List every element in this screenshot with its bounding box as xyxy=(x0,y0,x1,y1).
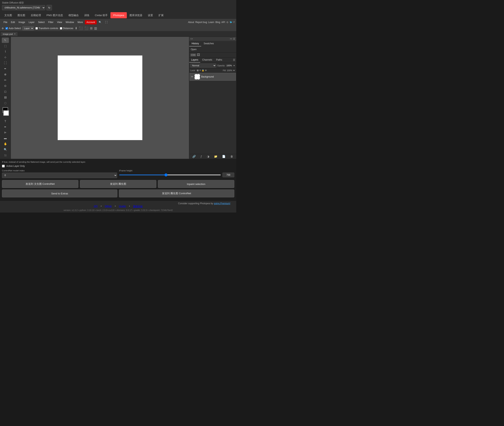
menu-window[interactable]: Window xyxy=(64,20,76,24)
layer-item-background[interactable]: 👁 Background xyxy=(190,73,236,81)
opacity-dropdown[interactable]: ▼ xyxy=(233,64,235,67)
fullscreen-icon[interactable]: ⛶ xyxy=(104,20,109,24)
tab-swatches[interactable]: Swatches xyxy=(201,41,216,46)
brush-tool[interactable]: ✏ xyxy=(2,78,9,83)
file-tab-close[interactable]: ✕ xyxy=(14,33,15,35)
transform-controls-checkbox[interactable] xyxy=(36,27,38,29)
footer-github-link[interactable]: Github xyxy=(105,205,112,208)
blur-tool[interactable]: ◌ xyxy=(2,100,9,106)
tab-history[interactable]: History xyxy=(189,41,201,46)
tab-pnginfo[interactable]: PNG 图片信息 xyxy=(44,12,66,19)
iframe-slider[interactable] xyxy=(119,175,221,175)
layer-select[interactable]: Layer xyxy=(22,26,34,30)
menu-image[interactable]: Image xyxy=(17,20,27,24)
background-color[interactable] xyxy=(3,110,9,116)
controlnet-select[interactable]: 0 xyxy=(2,173,117,178)
menu-more[interactable]: More xyxy=(76,20,85,24)
collapse-right-icon[interactable]: >< xyxy=(230,38,232,40)
blog-link[interactable]: Blog xyxy=(215,21,220,24)
send-extras-button[interactable]: Send to Extras xyxy=(2,190,117,197)
tab-paths[interactable]: Paths xyxy=(214,57,224,63)
zoom-tool[interactable]: 🔍 xyxy=(2,147,9,152)
layer-mask-icon[interactable]: ◑ xyxy=(207,155,209,158)
tab-img2img[interactable]: 图生图 xyxy=(15,12,28,19)
new-group-icon[interactable]: 📁 xyxy=(214,155,217,158)
wand-tool[interactable]: ⊹ xyxy=(2,55,9,60)
lock-art-icon[interactable]: ⊕ xyxy=(205,69,207,72)
tab-layers[interactable]: Layers xyxy=(189,57,200,63)
blend-mode-select[interactable]: Normal xyxy=(190,64,216,67)
toolbar-icon-3[interactable]: ⬛ xyxy=(85,26,88,30)
toolbar-icon-1[interactable]: ⬇ xyxy=(75,26,77,30)
eyedropper-tool[interactable]: ✒ xyxy=(2,66,9,71)
menu-edit[interactable]: Edit xyxy=(9,20,16,24)
marquee-tool[interactable]: ⬚ xyxy=(2,43,9,49)
send-img2img-cn-button[interactable]: 发送到 圈生图 ControlNet xyxy=(119,190,234,197)
menu-select[interactable]: Select xyxy=(36,20,46,24)
select-tool[interactable]: ↖ xyxy=(2,38,9,43)
path-tool[interactable]: ⊳ xyxy=(2,130,9,135)
css-label[interactable]: CSS xyxy=(190,54,196,57)
send-img2img-button[interactable]: 发送到 圈生图 xyxy=(80,180,156,188)
tab-civitai[interactable]: Civitai 助手 xyxy=(92,12,110,19)
mode-icon[interactable]: ⬛ xyxy=(2,153,9,158)
send-txt2img-cn-button[interactable]: 发送到 文生图 ControlNet xyxy=(2,180,78,188)
layers-menu-icon[interactable]: ☰ xyxy=(232,57,236,63)
premium-link[interactable]: going Premium! xyxy=(214,202,230,205)
gradient-tool[interactable]: ▤ xyxy=(2,95,9,100)
link-layers-icon[interactable]: 🔗 xyxy=(192,155,196,158)
tab-photopea[interactable]: Photopea xyxy=(110,12,127,18)
lock-pos-icon[interactable]: ✛ xyxy=(199,69,201,72)
facebook-icon[interactable]: f xyxy=(234,21,234,24)
delete-layer-icon[interactable]: 🗑 xyxy=(230,155,233,158)
tab-train[interactable]: 训练 xyxy=(81,12,92,19)
model-select[interactable]: chilloutmix_Ni.safetensors [7234b76e42] xyxy=(2,5,45,10)
menu-filter[interactable]: Filter xyxy=(47,20,55,24)
lock-pixel-icon[interactable]: ▦ xyxy=(197,69,199,72)
tab-channels[interactable]: Channels xyxy=(200,57,214,63)
text-tool[interactable]: T xyxy=(2,118,9,124)
layer-style-icon[interactable]: ƒ xyxy=(201,155,202,158)
search-icon[interactable]: 🔍 xyxy=(97,20,103,24)
menu-account[interactable]: Account xyxy=(85,20,96,24)
panel-menu-icon[interactable]: ☰ xyxy=(233,38,235,40)
toolbar-icon-4[interactable]: ⊞ xyxy=(90,26,93,30)
tab-merge[interactable]: 模型融合 xyxy=(66,12,81,19)
menu-layer[interactable]: Layer xyxy=(27,20,36,24)
menu-view[interactable]: View xyxy=(55,20,64,24)
report-bug-link[interactable]: Report bug xyxy=(195,21,207,24)
menu-file[interactable]: File xyxy=(2,20,9,24)
lasso-tool[interactable]: ⌇ xyxy=(2,49,9,54)
api-link[interactable]: API xyxy=(221,21,225,24)
hand-tool[interactable]: ✋ xyxy=(2,141,9,147)
fill-dropdown[interactable]: ▼ xyxy=(233,69,235,72)
active-layer-checkbox[interactable] xyxy=(2,165,5,167)
collapse-left-icon[interactable]: <> xyxy=(190,38,193,40)
crop-tool[interactable]: ⛶ xyxy=(2,60,9,66)
tab-txt2img[interactable]: 文生图 xyxy=(2,12,15,19)
footer-api-link[interactable]: API xyxy=(94,205,97,208)
refresh-button[interactable]: ↻ xyxy=(46,5,52,10)
tab-extensions[interactable]: 扩展 xyxy=(156,12,166,19)
lock-all-icon[interactable]: 🔒 xyxy=(202,69,204,72)
toolbar-icon-5[interactable]: ▥ xyxy=(94,26,97,30)
heal-tool[interactable]: ⊕ xyxy=(2,72,9,77)
file-tab[interactable]: image.psd ✕ xyxy=(1,32,18,36)
tab-browser[interactable]: 图库浏览器 xyxy=(127,12,145,19)
tab-settings[interactable]: 设置 xyxy=(145,12,156,19)
new-layer-icon[interactable]: 📄 xyxy=(222,155,225,158)
auto-select-checkbox[interactable] xyxy=(6,27,8,29)
reddit-icon[interactable]: ⊙ xyxy=(226,21,228,24)
about-link[interactable]: About xyxy=(188,21,194,24)
footer-gradio-link[interactable]: Gradio xyxy=(119,205,126,208)
learn-link[interactable]: Learn xyxy=(208,21,214,24)
distances-checkbox[interactable] xyxy=(60,27,62,29)
twitter-icon[interactable]: 🐦 xyxy=(230,21,232,24)
shape-tool[interactable]: ▬ xyxy=(2,135,9,141)
layer-visibility-icon[interactable]: 👁 xyxy=(191,75,193,78)
toolbar-icon-2[interactable]: ⬛ xyxy=(79,26,83,30)
pen-tool[interactable]: ✒ xyxy=(2,124,9,129)
stamp-tool[interactable]: ⊙ xyxy=(2,83,9,89)
inpaint-button[interactable]: Inpaint selection xyxy=(158,180,234,188)
tab-postprocess[interactable]: 后期处理 xyxy=(28,12,44,19)
